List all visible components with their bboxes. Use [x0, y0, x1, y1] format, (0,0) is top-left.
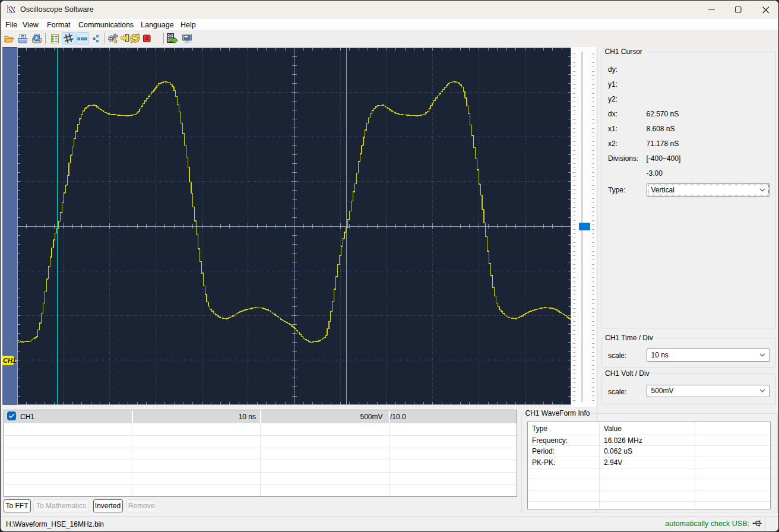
- svg-text:CH1: CH1: [3, 357, 16, 364]
